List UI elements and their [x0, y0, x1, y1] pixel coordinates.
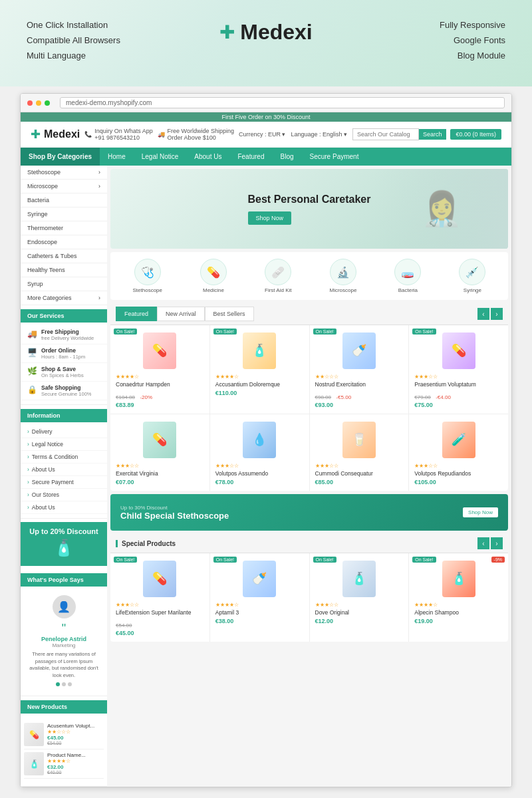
product-nav: ‹ ›	[477, 308, 503, 320]
language-select[interactable]: Language : English ▾	[291, 131, 347, 138]
cat-icon-medicine[interactable]: 💊 Medicine	[200, 259, 227, 293]
dot-1[interactable]	[56, 682, 60, 686]
discount-badge-4: -€4.00	[436, 394, 451, 400]
product-next-btn[interactable]: ›	[491, 308, 503, 320]
info-legal[interactable]: Legal Notice	[21, 438, 107, 451]
stethoscope-icon: 🩺	[134, 259, 161, 285]
cat-stethoscope[interactable]: Stethoscope›	[21, 166, 107, 180]
dot-3[interactable]	[68, 682, 72, 686]
promo-title: Child Special Stethoscope	[120, 511, 229, 521]
discount-badge-1: -20%	[140, 394, 152, 400]
special-prev-btn[interactable]: ‹	[477, 537, 489, 549]
products-grid: On Sale! 💊 ★★★★☆ Conaedrtur Hampden €104…	[110, 325, 508, 491]
product-img-5: 💊	[116, 420, 204, 460]
special-next-btn[interactable]: ›	[491, 537, 503, 549]
hero-banner-btn[interactable]: Shop Now	[248, 211, 292, 225]
info-delivery[interactable]: Delivery	[21, 426, 107, 438]
store-shipping: 🚚 Free Worldwide Shipping Order Above $1…	[158, 128, 234, 141]
dot-2[interactable]	[62, 682, 66, 686]
cat-bacteria[interactable]: Bacteria	[21, 194, 107, 207]
cat-icon-firstaid-label: First Aid Kit	[265, 287, 291, 293]
info-about[interactable]: About Us	[21, 464, 107, 476]
product-name-2: Accusantium Doloremque	[215, 381, 304, 388]
special-discount-badge-4: -9%	[491, 557, 505, 563]
product-name-1: Conaedrtur Hampden	[116, 381, 204, 388]
special-badge-1: On Sale!	[114, 557, 137, 563]
new-product-price-2: €32.00	[47, 764, 86, 770]
special-img-3: 🧴	[315, 559, 404, 598]
info-secure[interactable]: Secure Payment	[21, 476, 107, 489]
tab-best-sellers[interactable]: Best Sellers	[205, 307, 254, 321]
special-products-section: Special Products ‹ › On Sale! 💊 ★★★☆☆ Li…	[110, 534, 508, 642]
search-input[interactable]	[352, 128, 419, 140]
cat-microscope[interactable]: Microscope›	[21, 180, 107, 194]
nav-links: Home Legal Notice About Us Featured Blog…	[100, 148, 366, 166]
store-header: ✚ Medexi 📞 Inquiry On Whats App +91 9876…	[21, 122, 511, 148]
hero-logo-icon: ✚	[219, 21, 235, 43]
cat-icon-stethoscope[interactable]: 🩺 Stethoscope	[133, 259, 162, 293]
nav-featured[interactable]: Featured	[229, 148, 272, 166]
cat-icon-microscope-label: Microscope	[329, 287, 356, 293]
discount-product-icon: 🧴	[26, 539, 102, 557]
product-old-price-4: €79.00	[414, 394, 430, 400]
special-placeholder-3: 🧴	[342, 561, 376, 597]
service-shipping: 🚚 Free Shipping free Delivery Worldwide	[21, 326, 107, 344]
cat-syrup[interactable]: Syrup	[21, 277, 107, 291]
cat-endoscope[interactable]: Endoscope	[21, 235, 107, 249]
special-stars-1: ★★★☆☆	[116, 602, 204, 608]
special-name-1: LifeExtension Super Marilante	[116, 609, 204, 616]
nav-home[interactable]: Home	[100, 148, 134, 166]
cart-button[interactable]: €0.00 (0 Items)	[450, 129, 501, 140]
currency-select[interactable]: Currency : EUR ▾	[239, 131, 286, 138]
product-placeholder-4: 💊	[442, 332, 475, 369]
hero-banner-text: Best Personal Caretaker Shop Now	[235, 180, 384, 239]
promo-shop-btn[interactable]: Shop Now	[463, 507, 498, 517]
review-dots	[26, 682, 102, 686]
special-price-2: €38.00	[215, 618, 304, 624]
cat-catheters[interactable]: Catheters & Tubes	[21, 249, 107, 263]
cat-icon-syringe[interactable]: 💉 Syringe	[459, 259, 485, 293]
browser-topbar: medexi-demo.myshopify.com	[21, 94, 511, 112]
cat-icon-bacteria[interactable]: 🧫 Bacteria	[394, 259, 421, 293]
tab-featured[interactable]: Featured	[116, 307, 157, 321]
nav-about[interactable]: About Us	[186, 148, 229, 166]
info-stores[interactable]: Our Stores	[21, 489, 107, 501]
product-stars-8: ★★★☆☆	[414, 463, 503, 469]
special-header: Special Products ‹ ›	[110, 534, 508, 553]
nav-legal[interactable]: Legal Notice	[134, 148, 187, 166]
search-button[interactable]: Search	[419, 129, 446, 140]
special-nav: ‹ ›	[477, 537, 503, 549]
product-prev-btn[interactable]: ‹	[477, 308, 489, 320]
special-name-4: Alpecin Shampoo	[414, 609, 503, 616]
cat-more[interactable]: More Categories›	[21, 291, 107, 305]
special-stars-3: ★★★☆☆	[315, 602, 404, 608]
promo-bar: First Five Order on 30% Discount	[21, 112, 511, 122]
cat-icon-firstaid[interactable]: 🩹 First Aid Kit	[265, 259, 291, 293]
product-stars-3: ★★☆☆☆	[315, 374, 404, 380]
product-badge-4: On Sale!	[412, 329, 436, 334]
browser-address-bar[interactable]: medexi-demo.myshopify.com	[60, 97, 505, 108]
cat-healthy[interactable]: Healthy Teens	[21, 263, 107, 277]
safe-icon: 🔒	[27, 385, 37, 394]
service-online-title: Order Online	[41, 347, 85, 354]
cat-thermometer[interactable]: Thermometer	[21, 221, 107, 235]
cat-icon-microscope[interactable]: 🔬 Microscope	[329, 259, 356, 293]
info-about2[interactable]: About Us	[21, 501, 107, 514]
cat-syringe[interactable]: Syringe	[21, 207, 107, 221]
special-price-1: €45.00	[116, 630, 204, 636]
nav-shop-categories[interactable]: Shop By Categories	[21, 148, 100, 166]
nav-blog[interactable]: Blog	[272, 148, 301, 166]
nav-secure-payment[interactable]: Secure Payment	[302, 148, 367, 166]
product-badge-2: On Sale!	[213, 329, 237, 334]
service-safe: 🔒 Safe Shopping Secure Genuine 100%	[21, 382, 107, 400]
services-title: Our Services	[21, 309, 107, 323]
new-product-2: 🧴 Product Name... ★★★★☆ €32.00 €40.00	[24, 749, 104, 779]
online-icon: 🖥️	[27, 348, 37, 357]
feature-browsers: Compatible All Browsers	[27, 35, 120, 45]
browser-dot-maximize	[45, 100, 50, 106]
tab-new-arrival[interactable]: New Arrival	[157, 307, 205, 321]
product-stars-4: ★★★☆☆	[414, 374, 503, 380]
special-stars-4: ★★★★☆	[414, 602, 503, 608]
review-avatar: 👤	[53, 595, 76, 618]
info-terms[interactable]: Terms & Condition	[21, 451, 107, 464]
